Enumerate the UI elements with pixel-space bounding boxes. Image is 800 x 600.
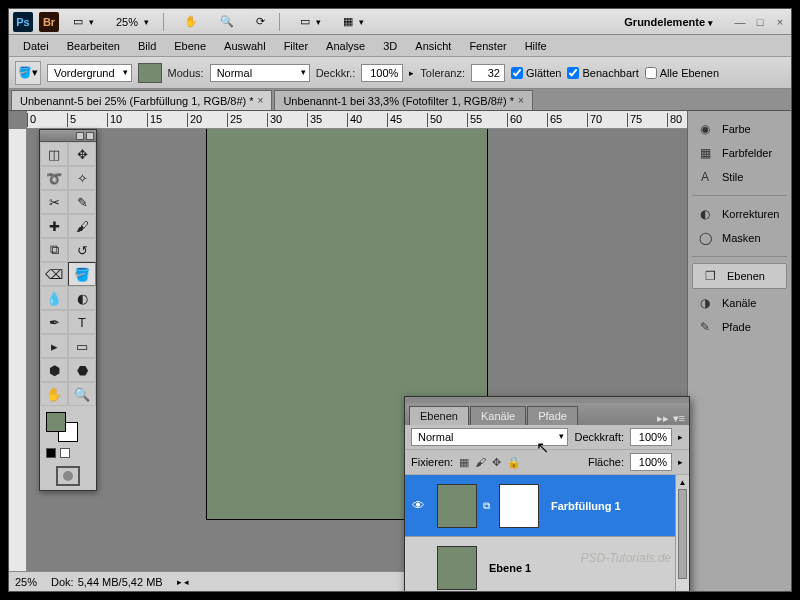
crop-tool-icon[interactable]: ✂ bbox=[40, 190, 68, 214]
dodge-tool-icon[interactable]: ◐ bbox=[68, 286, 96, 310]
mask-thumbnail[interactable] bbox=[499, 484, 539, 528]
extras-dropdown[interactable]: ▦ bbox=[335, 13, 372, 30]
lock-position-icon[interactable]: ✥ bbox=[492, 456, 501, 469]
panel-shortcut-korrekturen[interactable]: ◐Korrekturen bbox=[688, 202, 791, 226]
lasso-tool-icon[interactable]: ➰ bbox=[40, 166, 68, 190]
panel-menu-icon[interactable]: ▾≡ bbox=[673, 412, 685, 425]
history-brush-tool-icon[interactable]: ↺ bbox=[68, 238, 96, 262]
layer-thumbnail[interactable] bbox=[437, 546, 477, 590]
layers-panel[interactable]: Ebenen Kanäle Pfade ▸▸▾≡ Normal Deckkraf… bbox=[404, 396, 690, 591]
quick-mask-toggle[interactable] bbox=[56, 466, 80, 486]
zoom-tool-icon[interactable]: 🔍 bbox=[68, 382, 96, 406]
tab-kanaele[interactable]: Kanäle bbox=[470, 406, 526, 425]
hand-tool-icon[interactable]: ✋ bbox=[40, 382, 68, 406]
menu-hilfe[interactable]: Hilfe bbox=[517, 37, 555, 55]
fill-source-select[interactable]: Vordergrund bbox=[47, 64, 132, 82]
menu-3d[interactable]: 3D bbox=[375, 37, 405, 55]
tools-panel[interactable]: ◫ ✥ ➰ ✧ ✂ ✎ ✚ 🖌 ⧉ ↺ ⌫ 🪣 💧 ◐ ✒ T ▸ ▭ ⬢ ⬣ bbox=[39, 129, 97, 491]
layer-opacity-input[interactable]: 100% bbox=[630, 428, 672, 446]
lock-transparency-icon[interactable]: ▦ bbox=[459, 456, 469, 469]
menu-bild[interactable]: Bild bbox=[130, 37, 164, 55]
marquee-tool-icon[interactable]: ◫ bbox=[40, 142, 68, 166]
close-button[interactable]: × bbox=[773, 16, 787, 28]
opacity-input[interactable]: 100% bbox=[361, 64, 403, 82]
paint-bucket-icon[interactable]: 🪣▾ bbox=[15, 61, 41, 85]
default-colors-icon[interactable] bbox=[40, 448, 96, 462]
blend-mode-select[interactable]: Normal bbox=[210, 64, 310, 82]
document-tab[interactable]: Unbenannt-5 bei 25% (Farbfüllung 1, RGB/… bbox=[11, 90, 272, 110]
layer-row[interactable]: Ebene 1 bbox=[405, 537, 689, 591]
clone-stamp-tool-icon[interactable]: ⧉ bbox=[40, 238, 68, 262]
panel-shortcut-kanäle[interactable]: ◑Kanäle bbox=[688, 291, 791, 315]
type-tool-icon[interactable]: T bbox=[68, 310, 96, 334]
healing-brush-tool-icon[interactable]: ✚ bbox=[40, 214, 68, 238]
horizontal-ruler[interactable]: 05101520253035404550556065707580 bbox=[27, 111, 687, 129]
3d-tool-icon[interactable]: ⬢ bbox=[40, 358, 68, 382]
layers-scrollbar[interactable]: ▲ ▼ bbox=[675, 475, 689, 591]
bridge-logo-icon[interactable]: Br bbox=[39, 12, 59, 32]
foreground-background-colors[interactable] bbox=[44, 410, 92, 444]
panel-shortcut-ebenen[interactable]: ❐Ebenen bbox=[692, 263, 787, 289]
zoom-tool-icon[interactable]: 🔍 bbox=[212, 13, 242, 30]
vertical-ruler[interactable] bbox=[9, 129, 27, 571]
workspace-switcher[interactable]: Grundelemente bbox=[614, 16, 723, 28]
close-tab-icon[interactable]: × bbox=[518, 95, 524, 106]
menu-ansicht[interactable]: Ansicht bbox=[407, 37, 459, 55]
layer-row[interactable]: 👁⧉Farbfüllung 1 bbox=[405, 475, 689, 537]
tab-pfade[interactable]: Pfade bbox=[527, 406, 578, 425]
options-bar: 🪣▾ Vordergrund Modus: Normal Deckkr.: 10… bbox=[9, 57, 791, 89]
menu-bearbeiten[interactable]: Bearbeiten bbox=[59, 37, 128, 55]
tools-panel-header[interactable] bbox=[40, 130, 96, 142]
pattern-swatch[interactable] bbox=[138, 63, 162, 83]
tab-ebenen[interactable]: Ebenen bbox=[409, 406, 469, 425]
move-tool-icon[interactable]: ✥ bbox=[68, 142, 96, 166]
pen-tool-icon[interactable]: ✒ bbox=[40, 310, 68, 334]
all-layers-checkbox[interactable]: Alle Ebenen bbox=[645, 67, 719, 79]
path-select-tool-icon[interactable]: ▸ bbox=[40, 334, 68, 358]
close-tab-icon[interactable]: × bbox=[258, 95, 264, 106]
scroll-up-icon[interactable]: ▲ bbox=[676, 475, 689, 489]
lock-all-icon[interactable]: 🔒 bbox=[507, 456, 521, 469]
magic-wand-tool-icon[interactable]: ✧ bbox=[68, 166, 96, 190]
layer-thumbnail[interactable] bbox=[437, 484, 477, 528]
menu-fenster[interactable]: Fenster bbox=[461, 37, 514, 55]
lock-pixels-icon[interactable]: 🖌 bbox=[475, 456, 486, 469]
view-arrange-dropdown[interactable]: ▭ bbox=[65, 13, 102, 30]
layer-blend-mode-select[interactable]: Normal bbox=[411, 428, 568, 446]
minimize-button[interactable]: — bbox=[733, 16, 747, 28]
rotate-view-icon[interactable]: ⟳ bbox=[248, 13, 273, 30]
blur-tool-icon[interactable]: 💧 bbox=[40, 286, 68, 310]
zoom-level-dropdown[interactable]: 25% bbox=[108, 14, 157, 30]
antialias-checkbox[interactable]: Glätten bbox=[511, 67, 561, 79]
foreground-color-swatch[interactable] bbox=[46, 412, 66, 432]
panel-shortcut-pfade[interactable]: ✎Pfade bbox=[688, 315, 791, 339]
visibility-toggle-icon[interactable]: 👁 bbox=[405, 498, 431, 513]
maximize-button[interactable]: □ bbox=[753, 16, 767, 28]
screen-mode-dropdown[interactable]: ▭ bbox=[292, 13, 329, 30]
eraser-tool-icon[interactable]: ⌫ bbox=[40, 262, 68, 286]
eyedropper-tool-icon[interactable]: ✎ bbox=[68, 190, 96, 214]
menu-datei[interactable]: Datei bbox=[15, 37, 57, 55]
shape-tool-icon[interactable]: ▭ bbox=[68, 334, 96, 358]
document-tab[interactable]: Unbenannt-1 bei 33,3% (Fotofilter 1, RGB… bbox=[274, 90, 532, 110]
panel-shortcut-farbe[interactable]: ◉Farbe bbox=[688, 117, 791, 141]
menu-ebene[interactable]: Ebene bbox=[166, 37, 214, 55]
layer-name[interactable]: Farbfüllung 1 bbox=[545, 500, 621, 512]
3d-camera-tool-icon[interactable]: ⬣ bbox=[68, 358, 96, 382]
menu-filter[interactable]: Filter bbox=[276, 37, 316, 55]
fill-opacity-input[interactable]: 100% bbox=[630, 453, 672, 471]
paint-bucket-tool-icon[interactable]: 🪣 bbox=[68, 262, 96, 286]
panel-shortcut-farbfelder[interactable]: ▦Farbfelder bbox=[688, 141, 791, 165]
status-zoom[interactable]: 25% bbox=[15, 576, 37, 588]
menu-auswahl[interactable]: Auswahl bbox=[216, 37, 274, 55]
menu-analyse[interactable]: Analyse bbox=[318, 37, 373, 55]
hand-tool-icon[interactable]: ✋ bbox=[176, 13, 206, 30]
panel-shortcut-masken[interactable]: ◯Masken bbox=[688, 226, 791, 250]
layer-name[interactable]: Ebene 1 bbox=[483, 562, 531, 574]
panel-shortcut-stile[interactable]: AStile bbox=[688, 165, 791, 189]
collapse-panel-icon[interactable]: ▸▸ bbox=[657, 412, 669, 425]
scroll-thumb[interactable] bbox=[678, 489, 687, 579]
brush-tool-icon[interactable]: 🖌 bbox=[68, 214, 96, 238]
contiguous-checkbox[interactable]: Benachbart bbox=[567, 67, 638, 79]
tolerance-input[interactable]: 32 bbox=[471, 64, 505, 82]
